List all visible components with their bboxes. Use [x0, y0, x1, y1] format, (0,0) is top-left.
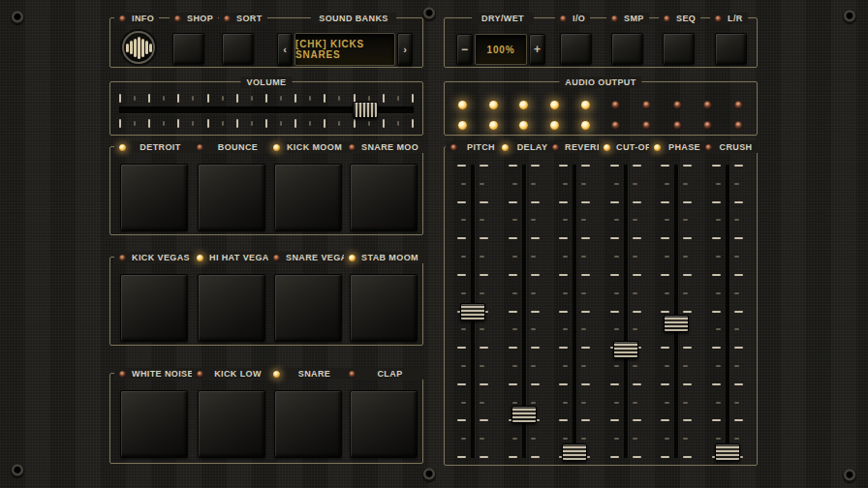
tick-mark — [192, 121, 194, 126]
audio-output-panel: AUDIO OUTPUT — [444, 81, 758, 136]
pad-led — [197, 144, 203, 151]
slider-handle[interactable] — [562, 443, 587, 461]
drum-pad-detroit[interactable] — [120, 164, 188, 231]
tick-mark — [461, 402, 466, 404]
top-bar-right-panel: DRY/WET I/O SMP SEQ L/R − 100% + — [444, 17, 758, 68]
dry-wet-control: − 100% + — [456, 34, 545, 65]
tick-mark — [581, 256, 586, 258]
slider-handle[interactable] — [715, 443, 740, 461]
audio-output-led — [642, 101, 651, 109]
drum-pad-stab-moom[interactable] — [350, 274, 418, 342]
tick-mark — [207, 94, 209, 103]
pad-led — [349, 371, 356, 378]
slider-label: REVERB — [565, 143, 604, 152]
audio-led-row — [458, 101, 743, 109]
tick-mark — [368, 96, 370, 101]
drum-pad-kick-vegas[interactable] — [120, 274, 188, 342]
tick-mark — [163, 96, 165, 101]
drum-pad-snare-moo[interactable] — [350, 164, 418, 231]
tick-mark — [614, 328, 619, 330]
audio-output-led — [550, 121, 559, 130]
lr-button[interactable] — [715, 33, 747, 65]
drum-pad-clap[interactable] — [350, 390, 418, 458]
tick-mark — [734, 274, 743, 276]
audio-led-row — [458, 121, 743, 130]
tick-mark — [633, 311, 641, 313]
tick-mark — [712, 201, 721, 203]
sort-button[interactable] — [222, 33, 254, 65]
tick-mark — [661, 237, 669, 239]
tick-mark — [581, 311, 590, 313]
tick-mark — [338, 121, 340, 126]
tick-mark — [563, 402, 568, 404]
shop-button[interactable] — [172, 33, 204, 65]
sound-banks-title: SOUND BANKS — [311, 13, 396, 24]
slider-handle[interactable] — [664, 315, 689, 332]
tick-mark — [712, 311, 721, 313]
screw-icon — [843, 10, 856, 23]
app-logo-button[interactable] — [122, 31, 155, 64]
tick-mark — [509, 383, 517, 385]
tick-mark — [509, 201, 517, 203]
tick-mark — [683, 165, 692, 167]
chevron-right-icon[interactable]: › — [397, 33, 413, 66]
tick-mark — [134, 96, 136, 101]
seq-button[interactable] — [663, 33, 695, 65]
slider-track[interactable] — [674, 165, 678, 458]
drum-pad-kick-moom[interactable] — [274, 164, 342, 231]
slider-track[interactable] — [624, 165, 628, 458]
tick-mark — [383, 119, 385, 128]
tick-mark — [683, 183, 688, 185]
tick-mark — [633, 419, 641, 421]
drum-pad-snare[interactable] — [274, 390, 342, 458]
drum-pad-bounce[interactable] — [198, 164, 265, 231]
tick-mark — [734, 292, 739, 294]
audio-output-led — [489, 101, 498, 109]
tick-mark — [531, 201, 540, 203]
tick-mark — [633, 365, 637, 367]
tick-mark — [148, 94, 150, 103]
plus-icon[interactable]: + — [529, 34, 545, 65]
lr-legend: L/R — [710, 13, 748, 24]
sound-bank-selector: ‹ [CHK] KICKS SNARES › — [277, 33, 413, 66]
tick-mark — [581, 292, 586, 294]
tick-mark — [309, 121, 311, 126]
slider-handle[interactable] — [613, 341, 638, 358]
tick-mark — [480, 201, 488, 203]
dry-wet-display: 100% — [475, 34, 527, 65]
tick-mark — [512, 438, 517, 440]
volume-handle[interactable] — [353, 102, 378, 118]
slider-legend: PHASE — [649, 141, 707, 153]
tick-mark — [683, 256, 688, 258]
slider-track[interactable] — [573, 165, 576, 458]
tick-mark — [265, 119, 267, 128]
slider-track[interactable] — [726, 165, 729, 458]
audio-output-led — [734, 121, 743, 130]
tick-mark — [236, 119, 238, 128]
audio-output-led — [458, 121, 467, 130]
slider-handle[interactable] — [460, 303, 485, 320]
slider-ticks — [711, 165, 721, 458]
lr-led — [715, 15, 722, 22]
slider-handle[interactable] — [512, 406, 537, 423]
tick-mark — [383, 94, 385, 103]
drum-pad-snare-vega[interactable] — [274, 274, 342, 342]
tick-mark — [251, 96, 253, 101]
drum-pad-hi-hat-vega[interactable] — [198, 274, 265, 342]
io-button[interactable] — [560, 33, 592, 65]
tick-mark — [559, 201, 568, 203]
tick-mark — [563, 183, 568, 185]
chevron-left-icon[interactable]: ‹ — [277, 33, 293, 66]
smp-button[interactable] — [611, 33, 643, 65]
drum-pad-white-noise[interactable] — [120, 390, 188, 458]
tick-mark — [457, 347, 466, 349]
tick-mark — [610, 274, 619, 276]
tick-mark — [163, 121, 165, 126]
slider-ticks — [734, 165, 744, 458]
pad-label: HI HAT VEGA — [209, 254, 269, 262]
pad-label: CLAP — [361, 370, 418, 379]
tick-mark — [661, 165, 669, 167]
tick-mark — [734, 201, 743, 203]
minus-icon[interactable]: − — [456, 34, 473, 65]
drum-pad-kick-low[interactable] — [198, 390, 265, 458]
